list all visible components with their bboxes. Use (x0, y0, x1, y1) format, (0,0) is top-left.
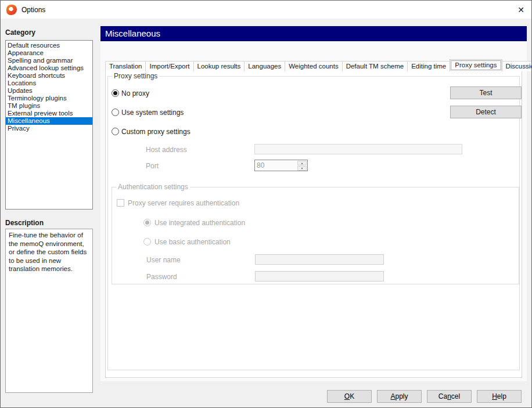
auth-group-legend: Authentication settings (116, 183, 190, 191)
sidebar-item-external-preview-tools[interactable]: External preview tools (6, 110, 92, 117)
requires-auth-checkbox (117, 199, 124, 207)
help-button[interactable]: Help (477, 390, 522, 403)
spin-up-icon: ▲ (297, 161, 307, 165)
user-name-label: User name (146, 256, 181, 264)
tab-discussions[interactable]: Discussions (502, 61, 532, 71)
authentication-settings-group: Authentication settings Proxy server req… (112, 187, 519, 284)
tab-default-tm-scheme[interactable]: Default TM scheme (342, 61, 408, 71)
titlebar: Options ✕ (1, 1, 531, 19)
sidebar-item-advanced-lookup-settings[interactable]: Advanced lookup settings (6, 64, 92, 72)
auth-use-integrated-authentication-radio (143, 219, 151, 226)
detect-button[interactable]: Detect (450, 106, 522, 118)
user-name-field (255, 254, 384, 265)
category-heading: Category (5, 28, 35, 37)
host-address-label: Host address (146, 146, 187, 154)
tab-lookup-results[interactable]: Lookup results (193, 61, 245, 71)
sidebar-item-privacy[interactable]: Privacy (6, 125, 92, 132)
tab-proxy-settings[interactable]: Proxy settings (450, 59, 502, 71)
tab-translation[interactable]: Translation (105, 61, 146, 71)
port-label: Port (146, 162, 159, 170)
auth-use-basic-authentication-radio (143, 238, 151, 245)
custom-proxy-settings-radio[interactable] (112, 128, 119, 135)
custom-proxy-settings-label: Custom proxy settings (121, 128, 190, 136)
sidebar-item-default-resources[interactable]: Default resources (6, 42, 92, 49)
window-title: Options (21, 6, 45, 14)
dialog-buttons: OKApplyCancelHelp (327, 390, 522, 403)
sidebar-item-updates[interactable]: Updates (6, 87, 92, 95)
description-heading: Description (5, 219, 44, 227)
sidebar-item-miscellaneous[interactable]: Miscellaneous (6, 117, 92, 125)
no-proxy-radio[interactable] (112, 89, 119, 97)
sidebar-item-locations[interactable]: Locations (6, 80, 92, 87)
tabstrip: TranslationImport/ExportLookup resultsLa… (105, 59, 532, 71)
no-proxy-label: No proxy (121, 89, 149, 98)
port-spin-buttons: ▲ ▼ (297, 161, 307, 170)
options-dialog: Options ✕ Category Default resourcesAppe… (0, 0, 532, 408)
auth-use-integrated-authentication-label: Use integrated authentication (154, 219, 245, 227)
tab-weighted-counts[interactable]: Weighted counts (285, 61, 342, 71)
host-address-field (254, 144, 462, 154)
sidebar-item-tm-plugins[interactable]: TM plugins (6, 102, 92, 110)
category-listbox: Default resourcesAppearanceSpelling and … (5, 40, 93, 210)
proxy-settings-tab-page: Proxy settings Test Detect Host address … (105, 71, 522, 378)
ok-button[interactable]: OK (327, 390, 372, 403)
sidebar-item-keyboard-shortcuts[interactable]: Keyboard shortcuts (6, 72, 92, 80)
close-icon[interactable]: ✕ (515, 4, 527, 16)
proxy-settings-group: Proxy settings Test Detect Host address … (107, 76, 520, 370)
tab-editing-time[interactable]: Editing time (407, 61, 450, 71)
sidebar-item-terminology-plugins[interactable]: Terminology plugins (6, 95, 92, 102)
auth-use-basic-authentication-label: Use basic authentication (154, 238, 231, 246)
tab-import-export[interactable]: Import/Export (145, 61, 193, 71)
port-stepper: 80 ▲ ▼ (254, 160, 308, 171)
spin-down-icon: ▼ (297, 166, 307, 171)
cancel-button[interactable]: Cancel (427, 390, 472, 403)
tab-languages[interactable]: Languages (244, 61, 285, 71)
page-title: Miscellaneous (100, 26, 527, 41)
requires-auth-label: Proxy server requires authentication (128, 199, 239, 207)
use-system-settings-radio[interactable] (112, 109, 119, 116)
use-system-settings-label: Use system settings (121, 109, 184, 117)
port-value: 80 (257, 161, 264, 169)
password-label: Password (146, 273, 177, 281)
test-button[interactable]: Test (450, 86, 522, 99)
sidebar-item-appearance[interactable]: Appearance (6, 49, 92, 57)
password-field (255, 271, 384, 281)
main-panel: Miscellaneous TranslationImport/ExportLo… (100, 26, 527, 381)
apply-button[interactable]: Apply (377, 390, 422, 403)
memoq-logo-icon (6, 5, 17, 15)
sidebar-item-spelling-and-grammar[interactable]: Spelling and grammar (6, 57, 92, 64)
description-text: Fine-tune the behavior of the memoQ envi… (5, 229, 93, 393)
proxy-group-legend: Proxy settings (112, 72, 159, 80)
